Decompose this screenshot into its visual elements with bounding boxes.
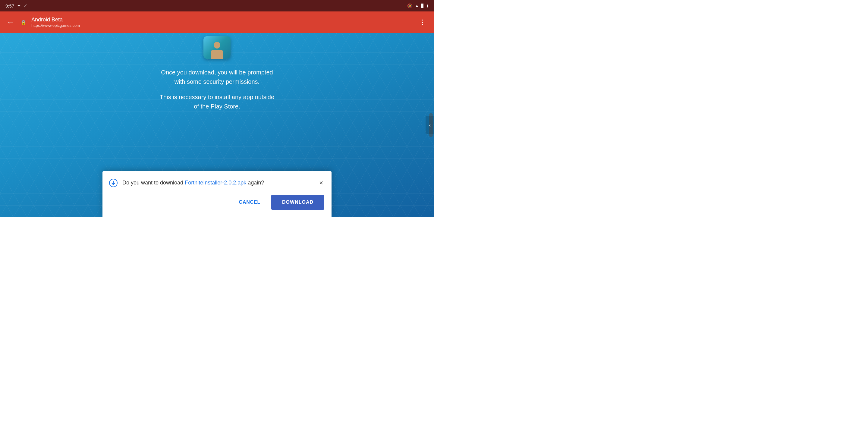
dialog-text: Do you want to download FortniteInstalle… bbox=[122, 179, 264, 187]
app-icon bbox=[204, 36, 230, 59]
dialog-top-row: Do you want to download FortniteInstalle… bbox=[108, 178, 324, 188]
time-display: 9:57 bbox=[5, 3, 14, 8]
status-bar: 9:57 ✦ ✓ 🔕 ▲ ▊ ▮ bbox=[0, 0, 434, 11]
app-icon-container bbox=[204, 36, 230, 59]
dialog-message: Do you want to download FortniteInstalle… bbox=[108, 178, 318, 188]
main-content: Once you download, you will be prompted … bbox=[0, 33, 434, 217]
page-title: Android Beta bbox=[31, 17, 412, 23]
windmill-icon: ✦ bbox=[17, 3, 21, 8]
person-head bbox=[214, 42, 220, 49]
status-left: 9:57 ✦ ✓ bbox=[5, 3, 27, 8]
download-arrow-icon bbox=[108, 178, 118, 188]
browser-toolbar: ← 🔒 Android Beta https://www.epicgames.c… bbox=[0, 11, 434, 33]
status-right: 🔕 ▲ ▊ ▮ bbox=[407, 3, 429, 8]
battery-icon: ▮ bbox=[427, 4, 429, 8]
dialog-actions: CANCEL DOWNLOAD bbox=[108, 195, 324, 210]
description-para2: This is necessary to install any app out… bbox=[160, 93, 274, 111]
close-dialog-button[interactable]: × bbox=[318, 178, 324, 188]
notification-mute-icon: 🔕 bbox=[407, 3, 412, 8]
description-text: Once you download, you will be prompted … bbox=[160, 68, 274, 117]
signal-icon: ▊ bbox=[421, 4, 424, 8]
url-display: https://www.epicgames.com bbox=[31, 23, 412, 28]
person-image bbox=[208, 41, 226, 59]
cancel-button[interactable]: CANCEL bbox=[233, 196, 267, 209]
person-body bbox=[211, 50, 223, 59]
download-button[interactable]: DOWNLOAD bbox=[271, 195, 324, 210]
right-chevron-button[interactable]: ‹ bbox=[426, 116, 434, 134]
description-para1: Once you download, you will be prompted … bbox=[160, 68, 274, 87]
menu-button[interactable]: ⋮ bbox=[417, 17, 429, 27]
url-block[interactable]: Android Beta https://www.epicgames.com bbox=[31, 17, 412, 28]
download-dialog: Do you want to download FortniteInstalle… bbox=[102, 171, 332, 217]
check-icon: ✓ bbox=[24, 3, 27, 8]
wifi-icon: ▲ bbox=[415, 3, 419, 8]
back-button[interactable]: ← bbox=[5, 17, 16, 28]
lock-icon: 🔒 bbox=[21, 20, 27, 25]
